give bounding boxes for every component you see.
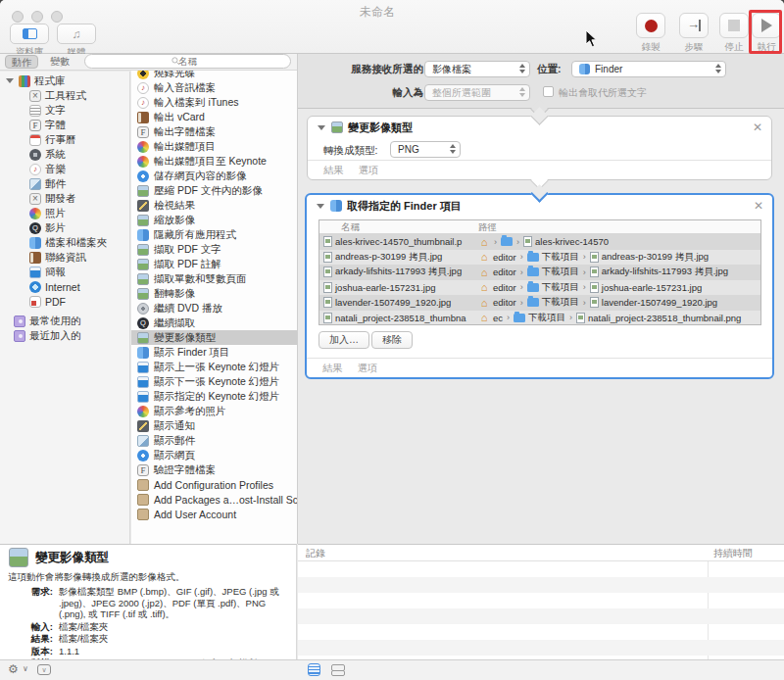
sidebar-item[interactable]: 檔案和檔案夾: [0, 235, 130, 250]
results-link[interactable]: 結果: [323, 164, 343, 177]
sidebar-item[interactable]: PDF: [0, 294, 130, 309]
action-item-label: 擷取 PDF 註解: [154, 258, 221, 271]
service-location-popup[interactable]: Finder: [571, 61, 726, 77]
action-list-item[interactable]: 顯示下一張 Keynote 幻燈片: [131, 374, 297, 389]
sidebar-item[interactable]: 音樂: [0, 162, 130, 176]
sidebar-item[interactable]: Internet: [0, 279, 130, 294]
table-row[interactable]: natali_project-238518_thumbnaec›下載項目›nat…: [319, 311, 760, 326]
action-list-item[interactable]: 擷取 PDF 文字: [131, 242, 297, 257]
convert-type-popup[interactable]: PNG: [390, 141, 461, 158]
action-list-item[interactable]: Add Configuration Profiles: [131, 477, 297, 492]
action-list-item[interactable]: 輸出 vCard: [131, 110, 297, 124]
panel-divider[interactable]: [297, 54, 298, 544]
stop-button[interactable]: [719, 13, 749, 38]
step-button[interactable]: [679, 13, 709, 38]
table-row[interactable]: arkady-lifshits-117993 拷貝.jpgeditor›下載項目…: [319, 265, 760, 280]
action-list-item[interactable]: 擷取 PDF 註解: [131, 257, 297, 271]
close-window-button[interactable]: [12, 11, 24, 23]
action-item-label: 儲存網頁內容的影像: [154, 170, 247, 183]
action-list-item[interactable]: Add User Account: [131, 507, 297, 521]
table-row[interactable]: lavender-1507499_1920.jpgeditor›下載項目›lav…: [319, 295, 760, 311]
action-list-item[interactable]: 繼續擷取: [131, 316, 297, 330]
column-name[interactable]: 名稱: [319, 220, 474, 234]
action-list-item[interactable]: 檢視結果: [131, 198, 297, 213]
search-input[interactable]: [84, 54, 291, 69]
action-list-item[interactable]: 繼續 DVD 播放: [131, 301, 297, 316]
sidebar-item-smart[interactable]: 最常使用的: [0, 314, 130, 328]
results-link[interactable]: 結果: [322, 362, 342, 375]
action-list-item[interactable]: 隱藏所有應用程式: [131, 227, 297, 242]
action-list-item[interactable]: 顯示 Finder 項目: [131, 345, 297, 360]
action-list-item[interactable]: 壓縮 PDF 文件內的影像: [131, 183, 297, 198]
sidebar-item[interactable]: 簡報: [0, 265, 130, 279]
media-button[interactable]: ♫: [57, 24, 96, 44]
sidebar-item[interactable]: 工具程式: [0, 88, 130, 103]
sidebar-item-smart[interactable]: 最近加入的: [0, 328, 130, 343]
table-row[interactable]: ales-krivec-14570_thumbnail.p››ales-kriv…: [319, 234, 760, 250]
gear-icon[interactable]: ⚙: [8, 662, 19, 676]
sidebar-item[interactable]: 開發者: [0, 191, 130, 206]
log-object-view-icon[interactable]: [331, 664, 345, 676]
close-icon[interactable]: ✕: [754, 200, 763, 212]
table-row[interactable]: andreas-p-30199 拷貝.jpgeditor›下載項目›andrea…: [319, 250, 760, 266]
action-list-item[interactable]: 輸出媒體項目至 Keynote: [131, 154, 297, 169]
action-list-item[interactable]: 顯示通知: [131, 418, 297, 433]
action-list-item[interactable]: 輸出媒體項目: [131, 139, 297, 154]
action-list-item[interactable]: 顯示網頁: [131, 448, 297, 462]
log-column-header[interactable]: 記錄: [306, 547, 325, 560]
path-separator: ›: [583, 267, 586, 277]
tab-variables[interactable]: 變數: [43, 55, 76, 69]
column-path[interactable]: 路徑: [474, 220, 760, 234]
path-text: 下載項目: [542, 296, 579, 309]
action-list-item[interactable]: 輸入音訊檔案: [131, 80, 297, 95]
action-list-item[interactable]: 輸入檔案到 iTunes: [131, 95, 297, 110]
disclosure-triangle-icon[interactable]: [318, 125, 325, 130]
action-list-item[interactable]: 儲存網頁內容的影像: [131, 169, 297, 183]
action-list-item[interactable]: 輸出字體檔案: [131, 124, 297, 139]
close-icon[interactable]: ✕: [753, 121, 762, 133]
minimize-window-button[interactable]: [31, 11, 43, 23]
sidebar-item[interactable]: 文字: [0, 103, 130, 118]
action-list-item[interactable]: 顯示指定的 Keynote 幻燈片: [131, 389, 297, 404]
action-list-item[interactable]: 擷取單數和雙數頁面: [131, 271, 297, 286]
sidebar-item[interactable]: 照片: [0, 206, 130, 220]
options-link[interactable]: 選項: [359, 164, 378, 177]
path-separator: ›: [583, 252, 586, 262]
duration-column-header[interactable]: 持續時間: [713, 547, 753, 560]
action-list-item-selected[interactable]: 變更影像類型: [131, 330, 297, 345]
action-list-item[interactable]: 翻轉影像: [131, 286, 297, 301]
action-block-get-finder-items[interactable]: 取得指定的 Finder 項目 ✕ 名稱 路徑 ales-krivec-1457…: [305, 193, 774, 379]
action-list-item[interactable]: 驗證字體檔案: [131, 462, 297, 477]
sidebar-item[interactable]: 系統: [0, 147, 130, 162]
action-list-item[interactable]: 顯示參考的照片: [131, 404, 297, 418]
action-item-label: 繼續 DVD 播放: [154, 302, 222, 316]
remove-item-button[interactable]: 移除: [371, 331, 413, 349]
action-list-item[interactable]: 顯示上一張 Keynote 幻燈片: [131, 360, 297, 374]
sidebar-item[interactable]: 郵件: [0, 176, 130, 191]
sidebar-item[interactable]: 行事曆: [0, 132, 130, 147]
action-block-change-image-type[interactable]: 變更影像類型 ✕ 轉換成類型: PNG 結果 選項: [307, 116, 772, 180]
action-list-item[interactable]: 顯示郵件: [131, 433, 297, 448]
add-item-button[interactable]: 加入…: [318, 331, 369, 349]
zoom-window-button[interactable]: [51, 11, 63, 23]
action-list-item[interactable]: 縮放影像: [131, 213, 297, 227]
path-separator: ›: [520, 282, 523, 292]
sidebar-item[interactable]: 字體: [0, 118, 130, 132]
record-button[interactable]: [636, 13, 665, 38]
sidebar-item[interactable]: 影片: [0, 220, 130, 235]
disclosure-triangle-icon[interactable]: [317, 204, 324, 209]
tab-actions[interactable]: 動作: [5, 55, 38, 69]
panel-toggle-icon[interactable]: ∨: [37, 664, 51, 675]
options-link[interactable]: 選項: [358, 362, 377, 375]
service-receives-popup[interactable]: 影像檔案: [424, 61, 530, 77]
sidebar-item[interactable]: 聯絡資訊: [0, 250, 130, 265]
replace-text-checkbox[interactable]: [543, 86, 554, 97]
action-list-item[interactable]: Add Packages a…ost-Install Scripts: [131, 492, 297, 507]
table-row[interactable]: joshua-earle-157231.jpgeditor›下載項目›joshu…: [319, 280, 760, 296]
safari-icon: [137, 450, 149, 461]
sidebar-item-library[interactable]: 程式庫: [0, 73, 130, 88]
action-list-item[interactable]: 燒錄光碟: [131, 71, 297, 80]
library-toggle-button[interactable]: [10, 24, 49, 44]
disclosure-triangle-icon[interactable]: [6, 78, 14, 83]
log-list-view-icon[interactable]: [308, 663, 320, 676]
